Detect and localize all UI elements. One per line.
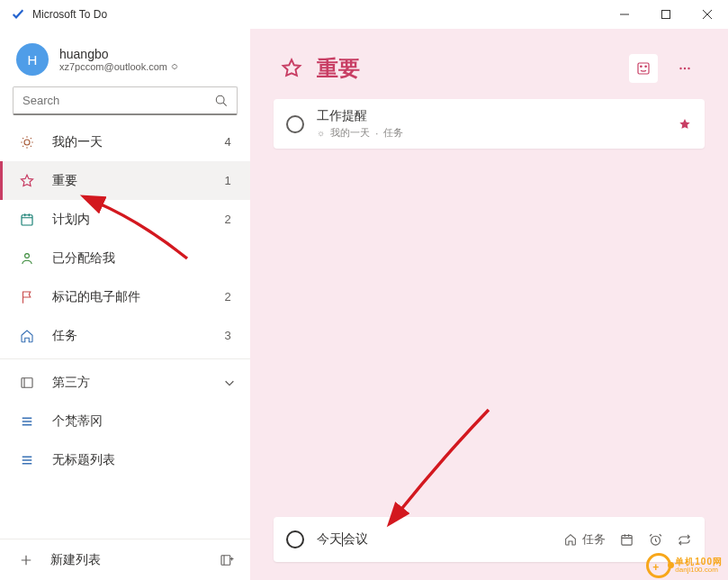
due-date-button[interactable]: [618, 531, 634, 548]
separator: [0, 358, 250, 359]
chevron-down-icon: [223, 376, 236, 389]
home-icon: [18, 327, 36, 345]
svg-point-14: [679, 68, 681, 69]
sidebar-item-tasks[interactable]: 任务 3: [0, 316, 250, 355]
page-title: 重要: [317, 54, 616, 83]
home-icon: [562, 531, 579, 548]
sidebar-item-myday[interactable]: 我的一天 4: [0, 122, 250, 161]
add-task-input[interactable]: 今天会议 任务: [274, 517, 705, 562]
sidebar-item-label: 已分配给我: [52, 250, 203, 267]
task-item[interactable]: 工作提醒 ☼ 我的一天 · 任务: [274, 99, 705, 149]
sidebar-item-count: 2: [220, 213, 236, 226]
svg-point-4: [216, 95, 224, 104]
task-complete-circle[interactable]: [286, 115, 304, 133]
svg-point-6: [24, 140, 30, 145]
sidebar-group-item[interactable]: 第三方: [0, 363, 250, 402]
watermark: + 单机100网 danji100.com: [646, 553, 723, 578]
svg-rect-17: [621, 535, 631, 545]
person-icon: [18, 249, 36, 267]
svg-line-5: [223, 103, 227, 106]
star-icon: [279, 56, 304, 81]
window-minimize-button[interactable]: [604, 0, 645, 29]
more-button[interactable]: [670, 54, 699, 83]
account-email: xz7pccom@outlook.com: [59, 61, 178, 72]
account-switcher[interactable]: H huangbo xz7pccom@outlook.com: [0, 38, 250, 86]
sidebar-item-planned[interactable]: 计划内 2: [0, 200, 250, 239]
star-icon: [18, 172, 36, 190]
sidebar-item-label: 计划内: [52, 212, 203, 228]
main-pane: 重要 工作提醒 ☼ 我的一天 · 任务: [250, 29, 728, 580]
window-maximize-button[interactable]: [645, 0, 687, 29]
list-icon: [18, 412, 36, 430]
svg-rect-1: [662, 11, 670, 19]
sidebar-item-label: 任务: [52, 328, 203, 344]
flag-icon: [18, 288, 36, 306]
list-icon: [18, 451, 36, 469]
sidebar-item-assigned[interactable]: 已分配给我: [0, 239, 250, 277]
sidebar-list-item[interactable]: 无标题列表: [0, 440, 250, 479]
sidebar-item-label: 第三方: [52, 375, 207, 391]
reminder-button[interactable]: [647, 531, 663, 548]
app-icon: [11, 7, 25, 22]
sun-icon: ☼: [317, 128, 325, 138]
sidebar-item-label: 标记的电子邮件: [52, 289, 203, 305]
sidebar-item-label: 个梵蒂冈: [52, 413, 236, 430]
sidebar-item-label: 无标题列表: [52, 452, 236, 468]
add-task-text: 今天会议: [317, 531, 550, 548]
repeat-button[interactable]: [676, 531, 692, 548]
window-close-button[interactable]: [687, 0, 728, 29]
titlebar: Microsoft To Do: [0, 0, 728, 29]
sidebar-item-count: 4: [220, 135, 236, 149]
svg-rect-10: [221, 555, 230, 565]
sidebar-item-label: 重要: [52, 173, 203, 189]
sun-icon: [18, 133, 36, 151]
svg-point-16: [688, 68, 689, 69]
new-group-button[interactable]: [218, 551, 236, 569]
sidebar-item-count: 1: [220, 174, 236, 187]
search-icon: [215, 95, 228, 107]
sidebar-list-item[interactable]: 个梵蒂冈: [0, 402, 250, 440]
svg-rect-7: [22, 214, 32, 224]
svg-point-12: [641, 66, 643, 68]
suggestions-button[interactable]: [629, 54, 658, 83]
search-input[interactable]: [13, 86, 238, 115]
annotation-arrow: [390, 403, 498, 523]
expand-icon: [171, 63, 178, 70]
group-icon: [18, 374, 36, 392]
calendar-icon: [18, 211, 36, 229]
plus-icon: [18, 552, 34, 568]
sidebar-item-label: 我的一天: [52, 134, 203, 150]
sidebar-item-count: 2: [220, 290, 236, 304]
add-task-list-button[interactable]: 任务: [562, 531, 606, 548]
sidebar-item-flagged[interactable]: 标记的电子邮件 2: [0, 277, 250, 316]
app-title: Microsoft To Do: [32, 8, 107, 21]
svg-point-13: [645, 66, 647, 68]
sidebar-item-count: 3: [220, 329, 236, 342]
svg-rect-11: [638, 63, 649, 74]
task-title: 工作提醒: [317, 108, 665, 124]
svg-rect-9: [22, 377, 32, 387]
svg-point-8: [25, 253, 30, 258]
account-name: huangbo: [59, 47, 178, 61]
new-list-label: 新建列表: [50, 552, 101, 568]
sidebar: H huangbo xz7pccom@outlook.com 我的一天 4: [0, 29, 250, 580]
sidebar-item-important[interactable]: 重要 1: [0, 161, 250, 200]
task-star-icon[interactable]: [678, 117, 692, 131]
task-subtitle: ☼ 我的一天 · 任务: [317, 126, 665, 140]
add-task-list-label: 任务: [582, 531, 606, 548]
avatar: H: [16, 43, 49, 76]
new-list-button[interactable]: 新建列表: [18, 552, 218, 568]
task-circle-icon: [286, 530, 304, 548]
svg-point-15: [684, 68, 686, 69]
